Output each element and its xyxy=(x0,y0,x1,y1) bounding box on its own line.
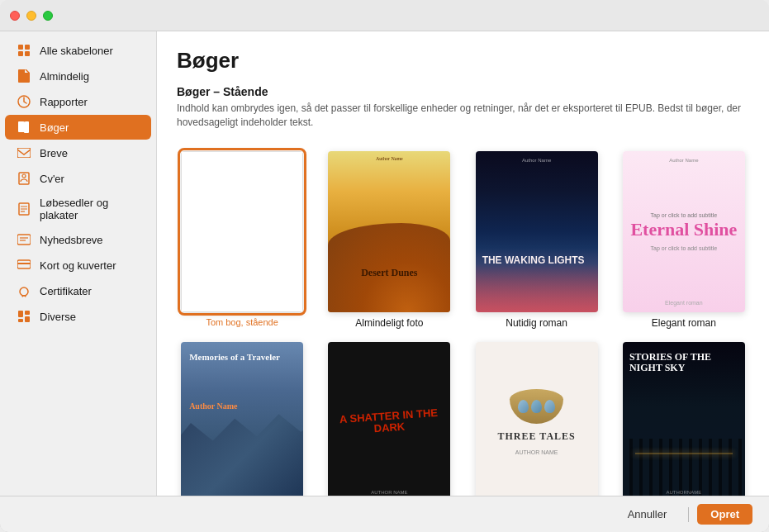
sidebar-label: Nyhedsbreve xyxy=(40,234,103,246)
page-title: Bøger xyxy=(177,48,749,74)
footer: Annuller Opret xyxy=(0,496,769,532)
desert-title: Desert Dunes xyxy=(328,267,450,279)
main-content: Bøger Bøger – Stående Indhold kan ombryd… xyxy=(157,31,769,496)
section-description: Indhold kan ombrydes igen, så det passer… xyxy=(177,102,749,130)
template-thumb-elegant[interactable]: Author Name Tap or click to add subtitle… xyxy=(623,151,745,312)
envelope-icon xyxy=(17,145,31,160)
sidebar-label: Diverse xyxy=(40,311,76,323)
template-moderne[interactable]: STORIES OF THE NIGHT SKY AUTHORNAME Mode… xyxy=(619,342,749,496)
sidebar: Alle skabeloner Almindelig Rapporter xyxy=(0,31,157,496)
template-label-desert: Almindeligt foto xyxy=(355,317,423,329)
template-elegant[interactable]: Author Name Tap or click to add subtitle… xyxy=(619,151,749,329)
title-bar xyxy=(0,0,769,31)
personlig-title: Memories of a Traveler xyxy=(189,352,280,362)
sidebar-label: Alle skabeloner xyxy=(40,45,113,57)
template-personlig[interactable]: Memories of a Traveler Author Name Perso… xyxy=(177,342,307,496)
sidebar-item-breve[interactable]: Breve xyxy=(5,140,151,165)
minimize-button[interactable] xyxy=(26,11,36,21)
template-thumb-enkel[interactable]: THREE TALES AUTHOR NAME xyxy=(476,342,598,496)
template-grid: Tom bog, stående Author Name Desert Dune… xyxy=(177,151,749,496)
sidebar-label: Almindelig xyxy=(40,70,89,83)
innovativ-title: A SHATTER IN THE DARK xyxy=(328,400,450,445)
svg-rect-2 xyxy=(18,51,23,56)
template-thumb-innovativ[interactable]: A SHATTER IN THE DARK AUTHOR NAME xyxy=(328,342,450,496)
personlig-author: Author Name xyxy=(189,401,237,411)
sidebar-item-diverse[interactable]: Diverse xyxy=(5,304,151,329)
elegant-author-top: Author Name xyxy=(623,158,745,163)
sidebar-label: Rapporter xyxy=(40,96,88,108)
template-thumb-blank[interactable] xyxy=(181,151,303,312)
grid-icon xyxy=(17,43,31,58)
svg-rect-0 xyxy=(18,45,23,50)
cv-icon xyxy=(17,171,31,186)
sidebar-item-cveer[interactable]: Cv'er xyxy=(5,166,151,191)
sidebar-label: Certifikater xyxy=(40,285,92,297)
section-title: Bøger – Stående xyxy=(177,85,749,98)
sidebar-label: Kort og kuverter xyxy=(40,259,116,272)
svg-point-17 xyxy=(20,287,28,296)
svg-point-7 xyxy=(22,174,26,178)
sidebar-item-kort[interactable]: Kort og kuverter xyxy=(5,253,151,278)
moderne-title: STORIES OF THE NIGHT SKY xyxy=(629,352,738,375)
svg-rect-5 xyxy=(17,148,31,158)
cancel-button[interactable]: Annuller xyxy=(615,504,681,525)
sidebar-item-alle-skabeloner[interactable]: Alle skabeloner xyxy=(5,38,151,63)
templates-area: Tom bog, stående Author Name Desert Dune… xyxy=(157,138,769,496)
main-header: Bøger Bøger – Stående Indhold kan ombryd… xyxy=(157,31,769,138)
report-icon xyxy=(17,94,31,109)
card-icon xyxy=(17,258,31,273)
enkel-title: THREE TALES xyxy=(497,430,575,443)
svg-rect-20 xyxy=(18,319,23,322)
book-icon xyxy=(17,120,31,135)
newsletter-icon xyxy=(17,232,31,247)
sidebar-item-certifikater[interactable]: Certifikater xyxy=(5,278,151,303)
svg-rect-3 xyxy=(25,51,30,56)
sidebar-item-almindelig[interactable]: Almindelig xyxy=(5,64,151,88)
misc-icon xyxy=(17,309,31,324)
sidebar-item-boeger[interactable]: Bøger xyxy=(5,115,151,140)
template-innovativ[interactable]: A SHATTER IN THE DARK AUTHOR NAME Innova… xyxy=(324,342,454,496)
template-enkel[interactable]: THREE TALES AUTHOR NAME Enkel roman xyxy=(472,342,602,496)
template-label-nutidig: Nutidig roman xyxy=(506,317,567,329)
elegant-title: Eternal Shine xyxy=(630,220,737,239)
sidebar-item-lobesedler[interactable]: Løbesedler og plakater xyxy=(5,192,151,226)
template-selected-label: Tom bog, stående xyxy=(206,317,278,327)
template-blank[interactable]: Tom bog, stående xyxy=(177,151,307,329)
svg-rect-21 xyxy=(25,316,30,322)
svg-rect-18 xyxy=(18,311,23,317)
sidebar-label: Bøger xyxy=(40,121,69,134)
template-thumb-desert[interactable]: Author Name Desert Dunes xyxy=(328,151,450,312)
sidebar-item-rapporter[interactable]: Rapporter xyxy=(5,89,151,114)
template-thumb-nutidig[interactable]: Author Name THE WAKING LIGHTS xyxy=(476,151,598,312)
sidebar-item-nyhedsbreve[interactable]: Nyhedsbreve xyxy=(5,227,151,252)
svg-rect-1 xyxy=(25,45,30,50)
sidebar-label: Løbesedler og plakater xyxy=(40,197,140,221)
template-thumb-personlig[interactable]: Memories of a Traveler Author Name xyxy=(181,342,303,496)
svg-rect-12 xyxy=(17,235,31,245)
svg-rect-19 xyxy=(25,311,30,315)
create-button[interactable]: Opret xyxy=(697,504,752,525)
enkel-author: AUTHOR NAME xyxy=(515,449,558,455)
template-label-elegant: Elegant roman xyxy=(652,317,716,329)
template-nutidig[interactable]: Author Name THE WAKING LIGHTS Nutidig ro… xyxy=(472,151,602,329)
certificate-icon xyxy=(17,283,31,298)
template-desert[interactable]: Author Name Desert Dunes Almindeligt fot… xyxy=(324,151,454,329)
poster-icon xyxy=(17,202,31,216)
template-thumb-moderne[interactable]: STORIES OF THE NIGHT SKY AUTHORNAME xyxy=(623,342,745,496)
doc-icon xyxy=(17,69,31,83)
footer-divider xyxy=(688,507,689,522)
maximize-button[interactable] xyxy=(43,11,53,21)
sidebar-label: Breve xyxy=(40,147,68,159)
sidebar-label: Cv'er xyxy=(40,173,64,185)
close-button[interactable] xyxy=(10,11,20,21)
